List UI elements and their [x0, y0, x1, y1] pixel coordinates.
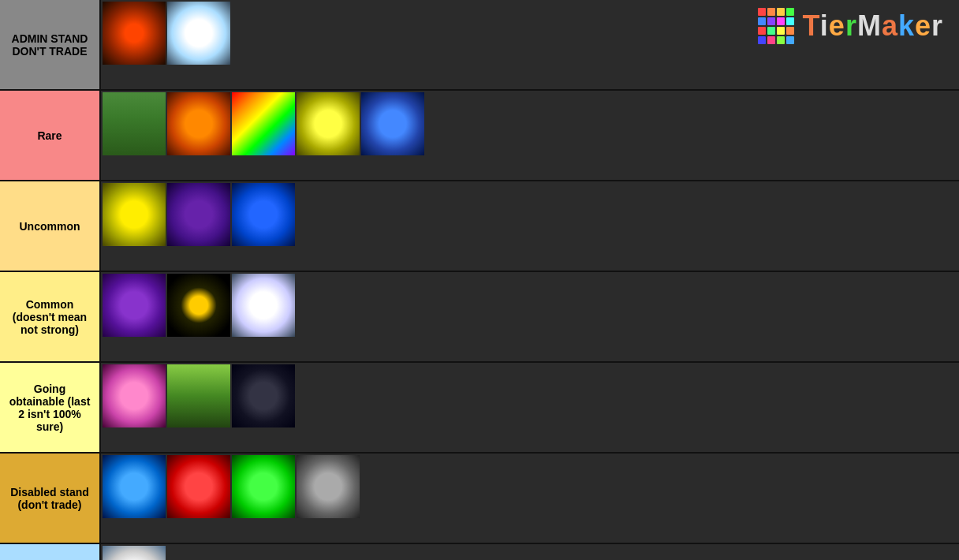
tier-row-uncommon: Uncommon	[0, 181, 959, 272]
logo-text: TierMaker	[802, 9, 943, 43]
logo-dot	[758, 36, 766, 44]
tier-item-rare-3[interactable]	[232, 92, 295, 155]
logo-dot	[786, 17, 794, 25]
tier-item-admin-1[interactable]	[103, 2, 166, 65]
logo-dot	[777, 27, 785, 35]
logo-dot	[767, 27, 775, 35]
logo-dot	[786, 36, 794, 44]
logo-dot	[777, 8, 785, 16]
app-wrapper: TierMaker ADMIN STAND DON'T TRADERareUnc…	[0, 0, 959, 560]
tier-item-uncommon-1[interactable]	[103, 183, 166, 246]
logo-dot	[777, 36, 785, 44]
tier-label-rare: Rare	[0, 91, 101, 180]
tier-items-rare	[101, 91, 959, 180]
tier-item-rework-1[interactable]	[103, 546, 166, 560]
logo-dot	[777, 17, 785, 25]
tier-item-common-3[interactable]	[232, 274, 295, 337]
logo-dot	[758, 17, 766, 25]
tier-item-obtain-2[interactable]	[167, 364, 230, 427]
tier-item-obtain-1[interactable]	[103, 364, 166, 427]
tier-item-obtain-3[interactable]	[232, 364, 295, 427]
tier-item-rare-4[interactable]	[297, 92, 360, 155]
tier-item-admin-2[interactable]	[167, 2, 230, 65]
logo-dot	[786, 8, 794, 16]
tier-items-disabled-rework	[101, 544, 959, 560]
logo-grid-icon	[758, 8, 794, 44]
tier-item-rare-2[interactable]	[167, 92, 230, 155]
logo-dot	[758, 8, 766, 16]
tier-item-disabled-1[interactable]	[103, 455, 166, 518]
tier-item-disabled-2[interactable]	[167, 455, 230, 518]
logo-dot	[758, 27, 766, 35]
tier-items-uncommon	[101, 181, 959, 271]
tier-row-rare: Rare	[0, 91, 959, 181]
tier-row-common: Common (doesn't mean not strong)	[0, 272, 959, 363]
logo-area: TierMaker	[742, 0, 959, 52]
tier-item-disabled-3[interactable]	[232, 455, 295, 518]
tier-item-rare-5[interactable]	[361, 92, 424, 155]
tier-items-disabled	[101, 454, 959, 543]
tier-row-obtainable: Going obtainable (last 2 isn't 100% sure…	[0, 363, 959, 454]
tier-items-common	[101, 272, 959, 361]
logo-dot	[767, 17, 775, 25]
tier-item-uncommon-3[interactable]	[232, 183, 295, 246]
tier-item-common-1[interactable]	[103, 274, 166, 337]
logo-dot	[767, 8, 775, 16]
tier-label-admin: ADMIN STAND DON'T TRADE	[0, 0, 101, 89]
tier-label-disabled-rework: Disabled stand getting rework	[0, 544, 101, 560]
tier-item-common-2[interactable]	[167, 274, 230, 337]
tier-label-uncommon: Uncommon	[0, 181, 101, 271]
tier-table: ADMIN STAND DON'T TRADERareUncommonCommo…	[0, 0, 959, 560]
logo-dot	[767, 36, 775, 44]
tier-item-uncommon-2[interactable]	[167, 183, 230, 246]
logo-dot	[786, 27, 794, 35]
tier-label-disabled: Disabled stand (don't trade)	[0, 454, 101, 543]
tier-item-rare-1[interactable]	[103, 92, 166, 155]
tiermaker-logo: TierMaker	[758, 8, 943, 44]
tier-item-disabled-4[interactable]	[297, 455, 360, 518]
tier-row-disabled-rework: Disabled stand getting rework	[0, 544, 959, 560]
tier-items-obtainable	[101, 363, 959, 452]
tier-row-disabled: Disabled stand (don't trade)	[0, 454, 959, 544]
tier-label-common: Common (doesn't mean not strong)	[0, 272, 101, 361]
tier-label-obtainable: Going obtainable (last 2 isn't 100% sure…	[0, 363, 101, 452]
